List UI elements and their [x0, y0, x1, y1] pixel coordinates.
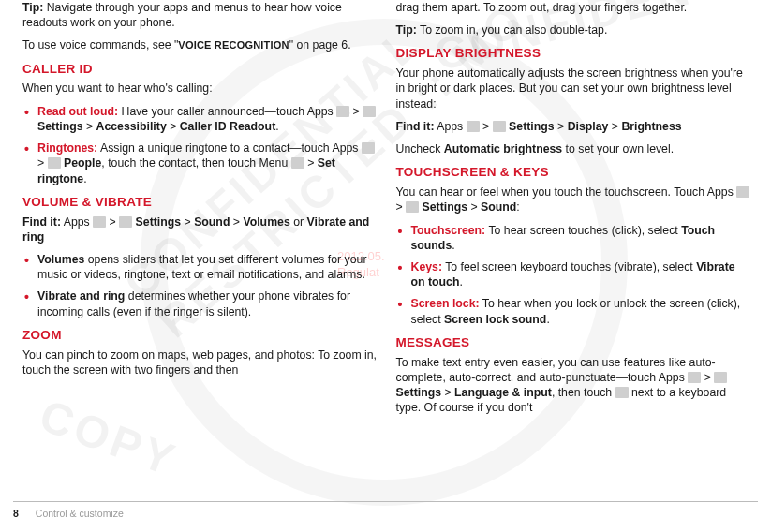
touchscreen-keys-heading: TOUCHSCREEN & KEYS — [396, 164, 751, 181]
settings-icon — [714, 372, 727, 383]
tip-text: Navigate through your apps and menus to … — [22, 1, 342, 29]
item-label: Read out loud: — [37, 105, 118, 118]
apps-icon — [688, 372, 701, 383]
display-brightness-heading: DISPLAY BRIGHTNESS — [396, 45, 751, 62]
tip-paragraph: Tip: To zoom in, you can also double-tap… — [396, 22, 751, 37]
settings-icon — [406, 201, 419, 213]
caller-id-intro: When you want to hear who's calling: — [22, 81, 378, 96]
brightness-uncheck: Uncheck Automatic brightness to set your… — [396, 141, 751, 156]
left-column: Tip: Navigate through your apps and menu… — [13, 0, 387, 495]
people-icon — [48, 157, 61, 169]
caller-id-heading: CALLER ID — [22, 61, 378, 78]
apps-icon — [736, 186, 749, 198]
zoom-continuation: drag them apart. To zoom out, drag your … — [396, 0, 751, 15]
tip-text: To zoom in, you can also double-tap. — [417, 23, 607, 37]
footer-section: Control & customize — [36, 508, 124, 519]
messages-text: To make text entry even easier, you can … — [396, 355, 751, 416]
voice-recognition-link: VOICE RECOGNITION — [178, 39, 289, 51]
list-item: Screen lock: To hear when you lock or un… — [396, 296, 751, 326]
list-item: Volumes opens sliders that let you set d… — [22, 252, 378, 282]
menu-icon — [291, 157, 304, 169]
settings-icon — [363, 106, 376, 117]
page-body: Tip: Navigate through your apps and menu… — [0, 0, 771, 495]
item-label: Keys: — [411, 260, 443, 273]
apps-icon — [362, 142, 375, 154]
tip-label: Tip: — [22, 1, 43, 14]
tip-label: Tip: — [396, 23, 417, 37]
brightness-findit: Find it: Apps > Settings > Display > Bri… — [396, 119, 751, 134]
brightness-text: Your phone automatically adjusts the scr… — [396, 66, 751, 111]
findit-label: Find it: — [396, 120, 435, 133]
findit-label: Find it: — [22, 215, 61, 229]
right-column: drag them apart. To zoom out, drag your … — [387, 0, 761, 495]
list-item: Ringtones: Assign a unique ringtone to a… — [22, 140, 378, 186]
zoom-heading: ZOOM — [22, 327, 378, 344]
apps-icon — [93, 216, 106, 228]
apps-icon — [336, 106, 349, 117]
item-label: Touchscreen: — [411, 224, 486, 237]
volume-vibrate-heading: VOLUME & VIBRATE — [22, 194, 378, 211]
messages-heading: MESSAGES — [396, 334, 751, 351]
item-label: Vibrate and ring — [37, 289, 125, 303]
settings-icon — [493, 121, 506, 132]
list-item: Keys: To feel screen keyboard touches (v… — [396, 259, 751, 289]
item-label: Screen lock: — [411, 297, 480, 310]
item-label: Ringtones: — [37, 141, 97, 155]
touchscreen-list: Touchscreen: To hear screen touches (cli… — [396, 223, 751, 327]
list-item: Read out loud: Have your caller announce… — [22, 104, 378, 134]
list-item: Vibrate and ring determines whether your… — [22, 288, 378, 318]
page-number: 8 — [13, 508, 19, 519]
page-footer: 8 Control & customize — [13, 501, 758, 519]
voice-recognition-paragraph: To use voice commands, see "VOICE RECOGN… — [22, 37, 378, 52]
settings-icon — [119, 216, 132, 228]
touchscreen-intro: You can hear or feel when you touch the … — [396, 185, 751, 214]
apps-icon — [467, 121, 480, 132]
tip-paragraph: Tip: Navigate through your apps and menu… — [22, 0, 378, 30]
volume-list: Volumes opens sliders that let you set d… — [22, 252, 378, 319]
list-item: Touchscreen: To hear screen touches (cli… — [396, 223, 751, 253]
caller-id-list: Read out loud: Have your caller announce… — [22, 104, 378, 186]
item-label: Volumes — [37, 253, 84, 266]
zoom-text: You can pinch to zoom on maps, web pages… — [22, 347, 378, 377]
settings-slider-icon — [615, 387, 629, 398]
volume-findit: Find it: Apps > Settings > Sound > Volum… — [22, 214, 378, 244]
